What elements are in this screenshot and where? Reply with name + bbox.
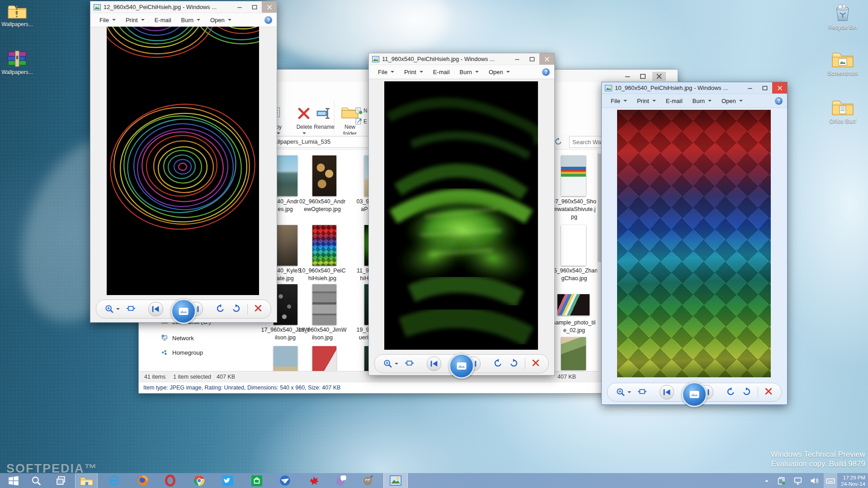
desktop-icon-wallpapers-rar[interactable]: Wallpapers... (0, 50, 34, 75)
delete-icon[interactable] (296, 106, 311, 123)
desktop-icon-office-stuff[interactable]: Office Stuff (826, 98, 860, 124)
taskbar-photo-viewer[interactable] (383, 473, 408, 488)
taskbar-chrome[interactable] (188, 473, 210, 488)
delete-button[interactable] (254, 304, 263, 314)
file-thumbnail[interactable] (312, 155, 336, 196)
actual-size-button[interactable] (405, 358, 414, 370)
file-thumbnail[interactable] (557, 294, 590, 315)
maximize-button[interactable] (636, 72, 650, 81)
taskbar-firefox[interactable] (132, 473, 154, 488)
maximize-button[interactable] (247, 1, 262, 13)
taskbar-twitter[interactable] (217, 473, 239, 488)
menu-email[interactable]: E-mail (429, 67, 454, 77)
file-thumbnail[interactable] (561, 225, 586, 266)
menu-open[interactable]: Open (484, 67, 514, 77)
title-bar[interactable]: 12_960x540_PeiChiHsieh.jpg - Windows ... (90, 1, 277, 13)
desktop-icon-screenshots[interactable]: Screenshots (826, 50, 860, 76)
file-name[interactable]: 18_960x540_JimWilson.jpg (297, 326, 347, 342)
menu-burn[interactable]: Burn (688, 96, 716, 106)
slideshow-button[interactable] (449, 353, 474, 379)
minimize-button[interactable] (742, 82, 757, 94)
file-name[interactable]: 10_960x540_PeiChiHsieh.jpg (297, 267, 347, 282)
minimize-button[interactable] (621, 72, 634, 81)
minimize-button[interactable] (509, 53, 524, 65)
new-item-button[interactable]: N (363, 108, 368, 114)
tray-volume-icon[interactable] (809, 473, 819, 488)
file-thumbnail[interactable] (561, 155, 586, 196)
previous-button[interactable] (660, 385, 674, 399)
easy-access-icon[interactable] (355, 117, 363, 127)
maximize-button[interactable] (524, 53, 539, 65)
menu-open[interactable]: Open (717, 96, 747, 106)
tray-network-icon[interactable] (793, 473, 803, 488)
maximize-button[interactable] (757, 82, 772, 94)
actual-size-button[interactable] (637, 387, 647, 398)
rename-button[interactable]: Rename (312, 124, 336, 131)
taskbar-thunderbird[interactable] (274, 473, 296, 488)
close-button[interactable] (539, 53, 554, 65)
taskbar-clock[interactable]: 17:29 PM 24-Nov-14 (839, 473, 865, 488)
zoom-button[interactable] (616, 387, 631, 397)
rotate-counterclockwise-button[interactable] (216, 304, 225, 315)
menu-open[interactable]: Open (206, 15, 236, 25)
rotate-clockwise-button[interactable] (509, 358, 519, 370)
menu-email[interactable]: E-mail (150, 15, 176, 25)
file-name[interactable]: 02_960x540_AndrewOgterop.jpg (297, 198, 347, 213)
tray-show-hidden-icons[interactable] (763, 473, 770, 488)
tray-action-icon[interactable] (777, 473, 787, 488)
file-name[interactable]: sample_photo_tile_02.jpg (549, 319, 599, 334)
new-item-icon[interactable] (355, 107, 363, 116)
previous-button[interactable] (427, 357, 441, 371)
slideshow-button[interactable] (171, 299, 196, 324)
menu-burn[interactable]: Burn (455, 67, 483, 77)
refresh-icon[interactable] (554, 137, 563, 148)
taskbar-red-app[interactable] (303, 473, 325, 488)
taskbar-pidgin[interactable] (330, 473, 352, 488)
menu-file[interactable]: File (95, 15, 120, 25)
rotate-clockwise-button[interactable] (231, 304, 241, 315)
actual-size-button[interactable] (126, 304, 136, 315)
menu-email[interactable]: E-mail (661, 96, 687, 106)
file-name[interactable]: 07_960x540_ShomwatalaShivute.jpg (549, 198, 599, 221)
menu-print[interactable]: Print (121, 15, 149, 25)
title-bar[interactable]: 11_960x540_PeiChiHsieh.jpg - Windows ... (369, 53, 554, 65)
close-button[interactable] (262, 1, 277, 13)
minimize-button[interactable] (232, 1, 247, 13)
rotate-clockwise-button[interactable] (742, 387, 751, 398)
scrollbar-thumb[interactable] (598, 154, 601, 262)
help-icon[interactable]: ? (775, 97, 783, 105)
menu-burn[interactable]: Burn (177, 15, 205, 25)
file-thumbnail[interactable] (561, 337, 586, 370)
close-button[interactable] (772, 82, 787, 94)
zoom-button[interactable] (383, 359, 398, 369)
taskbar-internet-explorer[interactable] (103, 473, 125, 488)
title-bar[interactable]: 10_960x540_PeiChiHsieh.jpg - Windows ... (602, 82, 787, 94)
tray-touch-keyboard[interactable] (824, 473, 837, 488)
close-button[interactable] (652, 72, 666, 81)
delete-button[interactable] (531, 358, 540, 369)
taskbar-store[interactable] (246, 473, 268, 488)
previous-button[interactable] (148, 302, 163, 316)
zoom-button[interactable] (104, 304, 120, 314)
menu-print[interactable]: Print (632, 96, 660, 106)
desktop-icon-recycle-bin[interactable]: Recycle Bin (826, 3, 860, 30)
help-icon[interactable]: ? (264, 16, 272, 24)
taskbar-gimp[interactable] (357, 473, 379, 488)
file-name[interactable]: 15_960x540_ZhangChao.jpg (549, 267, 599, 282)
help-icon[interactable]: ? (542, 68, 550, 76)
sidebar-item-network[interactable]: Network (160, 334, 194, 342)
desktop-icon-wallpapers-zip[interactable]: Wallpapers... (0, 3, 34, 28)
file-thumbnail[interactable] (312, 225, 336, 266)
rotate-counterclockwise-button[interactable] (726, 387, 736, 398)
rotate-counterclockwise-button[interactable] (493, 358, 503, 370)
rename-icon[interactable] (316, 106, 331, 123)
delete-button[interactable] (764, 387, 773, 398)
menu-file[interactable]: File (606, 96, 632, 106)
taskbar-opera[interactable] (159, 473, 181, 488)
sidebar-item-homegroup[interactable]: Homegroup (160, 348, 203, 357)
file-thumbnail[interactable] (312, 284, 336, 325)
easy-access-button[interactable]: E (363, 118, 367, 125)
slideshow-button[interactable] (682, 382, 707, 407)
menu-print[interactable]: Print (400, 67, 428, 77)
menu-file[interactable]: File (373, 67, 399, 77)
